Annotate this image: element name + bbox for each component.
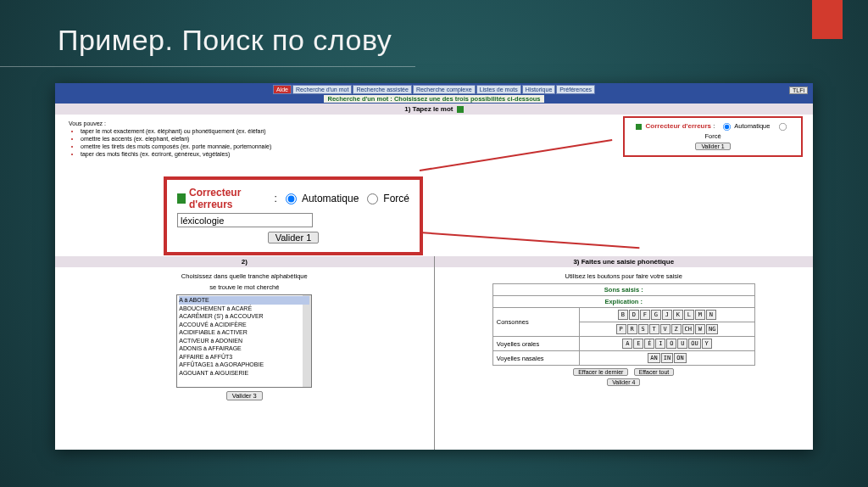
tlf-badge: TLFi [789, 87, 808, 94]
phon-key[interactable]: S [638, 324, 648, 334]
radio-auto-big[interactable] [286, 193, 297, 204]
oral-vowel-keys: AEÉIOUOUY [580, 337, 755, 351]
phon-key[interactable]: U [677, 339, 687, 349]
list-item[interactable]: AFFÛTAGE1 à AGORAPHOBIE [179, 361, 309, 369]
phon-key[interactable]: V [660, 324, 670, 334]
valider4-button[interactable]: Valider 4 [607, 378, 640, 386]
phonetic-buttons: Effacer le dernier Effacer tout [443, 368, 805, 376]
valider3-button[interactable]: Valider 3 [226, 391, 263, 400]
row-voyelles-orales: Voyelles orales [492, 337, 579, 351]
radio-auto-small[interactable] [723, 123, 731, 131]
phon-key[interactable]: I [655, 339, 665, 349]
phon-key[interactable]: G [651, 310, 661, 320]
phon-key[interactable]: F [640, 310, 650, 320]
phon-key[interactable]: A [622, 339, 632, 349]
radio-force-big[interactable] [367, 193, 378, 204]
nav-aide[interactable]: Aide [273, 85, 292, 94]
section1-title: 1) Tapez le mot [404, 105, 453, 113]
effacer-tout-button[interactable]: Effacer tout [634, 368, 675, 376]
section3-header: 3) Faites une saisie phonétique [435, 256, 814, 267]
phon-key[interactable]: M [695, 310, 705, 320]
phon-key[interactable]: AN [648, 353, 659, 363]
list-item[interactable]: ADONIS à AFFAIRAGE [179, 344, 309, 353]
phon-key[interactable]: NG [706, 324, 718, 334]
consonant-keys-row1: BDFGJKLMN [580, 308, 755, 322]
section3-instr: Utilisez les boutons pour faire votre sa… [443, 272, 805, 280]
list-item[interactable]: ACTIVEUR à ADONIEN [179, 337, 309, 345]
radio-force-small[interactable] [778, 123, 786, 131]
sons-saisis-label: Sons saisis [604, 286, 639, 294]
nasal-vowel-keys: ANINON [580, 351, 755, 366]
phon-key[interactable]: B [618, 310, 628, 320]
phon-key[interactable]: OU [688, 339, 700, 349]
phon-key[interactable]: P [616, 324, 626, 334]
subtitle: Recherche d'un mot : Choisissez une des … [324, 95, 543, 103]
phon-key[interactable]: ON [674, 353, 686, 363]
phon-key[interactable]: N [706, 310, 716, 320]
embedded-screenshot: Aide Recherche d'un mot Recherche assist… [55, 83, 813, 450]
alpha-listbox[interactable]: A à ABOTE ABOUCHEMENT à ACARÉ ACARÊMER (… [176, 294, 312, 388]
phon-key[interactable]: O [666, 339, 676, 349]
row-voyelles-nasales: Voyelles nasales [492, 351, 579, 366]
corrector-label-big: Correcteur d'erreurs [189, 187, 271, 210]
phon-key[interactable]: W [695, 324, 705, 334]
section1-header: 1) Tapez le mot [55, 104, 813, 115]
list-item[interactable]: ACARÊMER (S') à ACCOUVER [179, 312, 309, 321]
callout-line [420, 232, 640, 249]
nav-recherche-complexe[interactable]: Recherche complexe [413, 85, 476, 94]
phon-key[interactable]: J [662, 310, 672, 320]
list-item[interactable]: ABOUCHEMENT à ACARÉ [179, 305, 309, 313]
search-input[interactable] [177, 213, 313, 227]
section2-column: 2) Choisissez dans quelle tranche alphab… [55, 256, 434, 450]
corrector-small-panel: Correcteur d'erreurs : Automatique Forcé… [623, 116, 803, 157]
section2-instr1: Choisissez dans quelle tranche alphabéti… [64, 272, 426, 280]
list-item[interactable]: ACIDIFIABLE à ACTIVER [179, 328, 309, 337]
phon-key[interactable]: R [627, 324, 637, 334]
section3-column: 3) Faites une saisie phonétique Utilisez… [435, 256, 814, 450]
corrector-label: Correcteur d'erreurs [646, 122, 712, 130]
help-icon[interactable] [636, 124, 642, 130]
phon-key[interactable]: E [633, 339, 643, 349]
list-item[interactable]: AGOUANT à AIGUISERIE [179, 369, 309, 378]
list-item[interactable]: AFFAIRE à AFFÛT3 [179, 353, 309, 361]
help-icon[interactable] [177, 193, 186, 204]
nav-listes[interactable]: Listes de mots [476, 85, 521, 94]
opt-force-big: Forcé [383, 193, 409, 204]
consonant-keys-row2: PRSTVZCHWNG [580, 322, 755, 337]
phon-key[interactable]: L [684, 310, 694, 320]
section2-instr2: se trouve le mot cherché [64, 283, 426, 291]
nav-preferences[interactable]: Préférences [556, 85, 595, 94]
phon-key[interactable]: D [629, 310, 639, 320]
effacer-dernier-button[interactable]: Effacer le dernier [573, 368, 628, 376]
nav-recherche-mot[interactable]: Recherche d'un mot [292, 85, 352, 94]
nav-recherche-assistee[interactable]: Recherche assistée [353, 85, 411, 94]
accent-block [812, 0, 843, 39]
site-topbar: Aide Recherche d'un mot Recherche assist… [55, 83, 813, 104]
row-consonnes: Consonnes [492, 308, 579, 337]
phon-key[interactable]: Z [671, 324, 682, 334]
valider1-big-button[interactable]: Valider 1 [268, 232, 320, 244]
phon-key[interactable]: Y [702, 339, 712, 349]
opt-force: Forcé [704, 132, 721, 140]
nav-row: Aide Recherche d'un mot Recherche assist… [273, 85, 595, 94]
section3-title: 3) Faites une saisie phonétique [573, 258, 674, 266]
title-underline [0, 66, 415, 67]
section2-header: 2) [55, 256, 434, 267]
list-item[interactable]: A à ABOTE [179, 296, 309, 305]
phon-key[interactable]: T [649, 324, 659, 334]
valider1-small-button[interactable]: Valider 1 [695, 143, 730, 150]
explication-label: Explication [604, 298, 638, 305]
phon-key[interactable]: CH [682, 324, 694, 334]
section2-title: 2) [242, 258, 248, 266]
opt-auto-big: Automatique [302, 193, 359, 204]
phon-key[interactable]: K [673, 310, 683, 320]
phon-key[interactable]: É [644, 339, 654, 349]
list-item[interactable]: ACCOUVÉ à ACIDIFÈRE [179, 321, 309, 329]
slide-title: Пример. Поиск по слову [58, 24, 392, 57]
help-icon[interactable] [457, 106, 464, 113]
phonetic-table: Sons saisis : Explication : Consonnes BD… [492, 283, 755, 366]
nav-historique[interactable]: Historique [522, 85, 556, 94]
corrector-big-callout: Correcteur d'erreurs : Automatique Forcé… [164, 176, 423, 255]
phon-key[interactable]: IN [661, 353, 673, 363]
opt-auto: Automatique [734, 122, 770, 130]
